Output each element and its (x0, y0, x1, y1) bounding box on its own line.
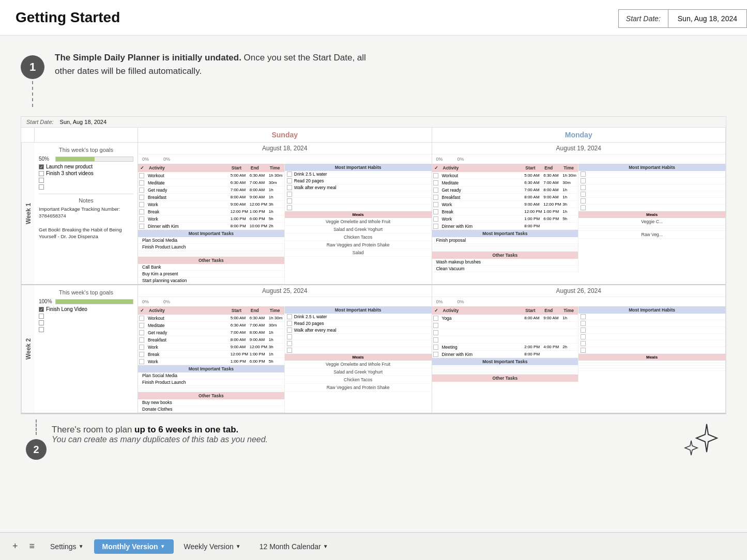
habit-row: Walk after every meal (285, 327, 432, 334)
habit-row (578, 340, 725, 347)
habit-row (578, 171, 725, 178)
activity-row: Breakfast8:00 AM9:00 AM1h (138, 336, 284, 344)
monday-cell: August 19, 20240%0%✓ActivityStartEndTime… (432, 143, 726, 284)
day-date-header: August 18, 2024 (138, 143, 432, 154)
habit-row (578, 184, 725, 191)
habit-row: Read 20 pages (285, 320, 432, 327)
meal-item: Veggie Omelette and Whole Fruit (285, 218, 432, 226)
goal-item: ✓Finish Long Video (39, 306, 133, 312)
start-date-label: Start Date: (619, 10, 668, 27)
step1-circle: 1 (21, 55, 44, 79)
habit-row (578, 347, 725, 354)
day-progress-row: 0%0% (432, 297, 726, 306)
task-row: Plan Social Media (138, 237, 284, 244)
activities-panel: ✓ActivityStartEndTimeWorkout5:00 AM6:30 … (138, 164, 285, 284)
menu-button[interactable]: ≡ (25, 539, 39, 554)
other-task-row: Clean Vacuum (432, 266, 578, 272)
other-task-row: Start planning vacation (138, 277, 284, 284)
habit-row (578, 334, 725, 340)
step1-num-col: 1 (21, 51, 44, 107)
day-headers: Sunday Monday (21, 128, 726, 143)
habit-row (578, 191, 725, 198)
week-row-1: Week 1This week's top goals50%✓Launch ne… (21, 143, 726, 285)
activity-row: Get ready7:00 AM8:00 AM1h (138, 186, 284, 194)
activity-row: Meeting2:00 PM4:00 PM2h (432, 344, 578, 351)
meal-item: Veggie C... (578, 218, 725, 226)
activity-row: Break12:00 PM1:00 PM1h (432, 208, 578, 215)
habits-meals-panel: Most Important HabitsMeals (578, 306, 725, 382)
habit-row (578, 327, 725, 334)
tab-bar: + ≡ Settings ▼Monthly Version ▼Weekly Ve… (0, 532, 747, 560)
goal-item (39, 184, 133, 190)
planner-start-label: Start Date: (26, 119, 54, 125)
main-content: 1 The Simple Daily Planner is initially … (0, 36, 747, 501)
activity-row: Yoga8:00 AM9:00 AM1h (432, 315, 578, 322)
planner-header-bar: Start Date: Sun, Aug 18, 2024 (21, 117, 726, 128)
activity-row: Work9:00 AM12:00 PM3h (432, 201, 578, 208)
tab-12-month-calendar[interactable]: 12 Month Calendar ▼ (251, 539, 337, 554)
start-date-value: Sun, Aug 18, 2024 (668, 10, 746, 27)
activities-panel: ✓ActivityStartEndTimeYoga8:00 AM9:00 AM1… (432, 306, 579, 382)
activity-row: Breakfast8:00 AM9:00 AM1h (138, 194, 284, 201)
sunday-cell: August 25, 20240%0%✓ActivityStartEndTime… (138, 285, 432, 413)
step2-subtext: You can create as many duplicates of thi… (52, 435, 268, 444)
start-date-box: Start Date: Sun, Aug 18, 2024 (618, 9, 747, 28)
habit-row (285, 191, 432, 198)
habit-row (285, 347, 432, 354)
step1-description: The Simple Daily Planner is initially un… (55, 51, 375, 77)
week-label: Week 1 (21, 143, 35, 284)
weeks-container: Week 1This week's top goals50%✓Launch ne… (21, 143, 726, 414)
day-date-header: August 26, 2024 (432, 285, 726, 297)
meal-item: Chicken Tacos (285, 376, 432, 384)
meal-item: Chicken Tacos (285, 234, 432, 241)
habit-row (578, 198, 725, 205)
monday-cell: August 26, 20240%0%✓ActivityStartEndTime… (432, 285, 726, 413)
habit-row: Walk after every meal (285, 184, 432, 191)
activity-row: Dinner with Kim8:00 PM (432, 351, 578, 358)
activity-row: Get ready7:00 AM8:00 AM1h (138, 329, 284, 336)
goal-item: ✓Launch new product (39, 164, 133, 169)
activity-row (432, 329, 578, 336)
tab-weekly-version[interactable]: Weekly Version ▼ (176, 539, 249, 554)
meal-item: Raw Veggies and Protein Shake (285, 384, 432, 392)
day-activity-wrapper: August 25, 20240%0%✓ActivityStartEndTime… (138, 285, 432, 413)
habit-row (578, 314, 725, 320)
activity-row: Dinner with Kim8:00 PM10:00 PM2h (138, 223, 284, 230)
meal-item: Salad and Greek Yoghurt (285, 368, 432, 376)
habit-row (578, 178, 725, 184)
meal-item (578, 368, 725, 371)
goal-item (39, 313, 133, 319)
activity-row: Workout5:00 AM6:30 AM1h 30m (432, 172, 578, 179)
activity-row (432, 322, 578, 329)
habit-row (285, 198, 432, 205)
day-two-panel: ✓ActivityStartEndTimeWorkout5:00 AM6:30 … (138, 306, 432, 413)
activity-row: Meditate6:30 AM7:00 AM30m (432, 179, 578, 186)
activity-row: Workout5:00 AM6:30 AM1h 30m (138, 172, 284, 179)
activity-row: Break12:00 PM1:00 PM1h (138, 208, 284, 215)
habit-row: Drink 2.5 L water (285, 314, 432, 320)
tab-monthly-version[interactable]: Monthly Version ▼ (94, 539, 174, 554)
activities-panel: ✓ActivityStartEndTimeWorkout5:00 AM6:30 … (432, 164, 579, 272)
task-row: Finish Product Launch (138, 244, 284, 251)
activity-row (432, 336, 578, 344)
day-progress-row: 0%0% (138, 297, 432, 306)
meal-item: Salad (285, 249, 432, 257)
activity-row: Work9:00 AM12:00 PM3h (138, 344, 284, 351)
other-task-row: Buy Kim a present (138, 271, 284, 277)
day-activity-wrapper: August 26, 20240%0%✓ActivityStartEndTime… (432, 285, 726, 382)
habit-row: Drink 2.5 L water (285, 171, 432, 178)
step1-body: The Simple Daily Planner is initially un… (55, 51, 726, 77)
activity-row: Get ready7:00 AM8:00 AM1h (432, 186, 578, 194)
meal-item: Veggie Omelette and Whole Fruit (285, 361, 432, 368)
goal-item (39, 320, 133, 325)
step2-text: There's room to plan up to 6 weeks in on… (52, 425, 268, 435)
add-tab-button[interactable]: + (8, 539, 22, 554)
activity-row: Meditate6:30 AM7:00 AM30m (138, 322, 284, 329)
activity-row: Break12:00 PM1:00 PM1h (138, 351, 284, 358)
tab-settings[interactable]: Settings ▼ (42, 539, 92, 554)
activity-row: Work1:00 PM6:00 PM5h (138, 215, 284, 223)
planner-start-value: Sun, Aug 18, 2024 (60, 119, 107, 125)
other-task-row: Donate Clothes (138, 406, 284, 413)
step2-circle: 2 (26, 439, 47, 460)
habits-meals-panel: Most Important HabitsMealsVeggie C...Raw… (578, 164, 725, 272)
